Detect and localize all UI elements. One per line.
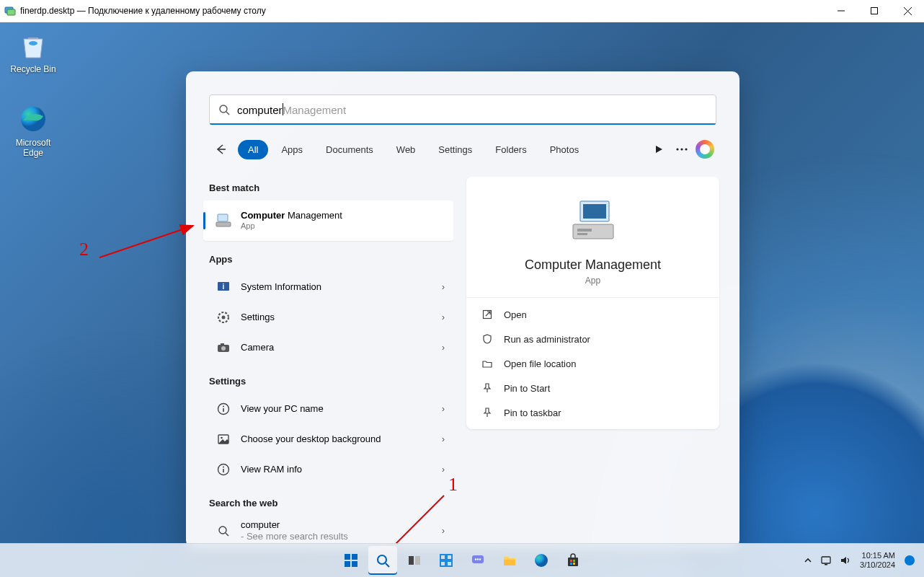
result-web-search[interactable]: computer - See more search results › bbox=[203, 516, 453, 546]
section-settings: Settings bbox=[209, 376, 448, 387]
svg-rect-33 bbox=[583, 204, 606, 219]
desktop-icon-label: Microsoft Edge bbox=[6, 138, 61, 158]
tray-clock[interactable]: 10:15 AM 3/10/2024 bbox=[860, 551, 895, 570]
maximize-button[interactable] bbox=[858, 0, 891, 22]
svg-rect-36 bbox=[577, 233, 587, 235]
taskbar: 10:15 AM 3/10/2024 bbox=[0, 543, 924, 577]
filter-settings[interactable]: Settings bbox=[428, 140, 482, 159]
notifications-button[interactable] bbox=[902, 553, 917, 568]
svg-rect-63 bbox=[822, 557, 830, 563]
copilot-icon bbox=[696, 140, 714, 159]
remote-desktop: Recycle Bin Microsoft Edge computer Mana… bbox=[0, 22, 924, 577]
start-search-panel: computer Management All Apps Documents W… bbox=[186, 71, 739, 547]
host-window-controls bbox=[825, 0, 924, 22]
desktop-icon-edge[interactable]: Microsoft Edge bbox=[6, 103, 61, 158]
filter-folders[interactable]: Folders bbox=[485, 140, 536, 159]
svg-point-30 bbox=[219, 527, 226, 534]
result-label: computer - See more search results bbox=[241, 519, 442, 543]
search-bar[interactable]: computer Management bbox=[209, 94, 716, 125]
shield-icon bbox=[481, 332, 494, 345]
widgets-button[interactable] bbox=[432, 546, 461, 575]
action-open-file-location[interactable]: Open file location bbox=[481, 351, 705, 376]
chevron-right-icon: › bbox=[442, 343, 446, 353]
detail-sub: App bbox=[481, 276, 705, 286]
tray-overflow-button[interactable] bbox=[801, 553, 815, 568]
action-pin-to-taskbar[interactable]: Pin to taskbar bbox=[481, 400, 705, 425]
svg-rect-47 bbox=[415, 556, 420, 565]
result-view-ram-info[interactable]: View RAM info › bbox=[203, 454, 453, 485]
action-run-as-admin[interactable]: Run as administrator bbox=[481, 327, 705, 351]
svg-point-65 bbox=[905, 555, 915, 565]
play-tips-button[interactable] bbox=[647, 138, 670, 161]
section-web: Search the web bbox=[209, 498, 448, 508]
section-apps: Apps bbox=[209, 254, 448, 265]
svg-point-54 bbox=[477, 558, 479, 560]
copilot-button[interactable] bbox=[693, 138, 716, 161]
computer-management-icon bbox=[567, 195, 619, 247]
svg-point-26 bbox=[221, 437, 223, 439]
result-desktop-background[interactable]: Choose your desktop background › bbox=[203, 424, 453, 454]
filter-all[interactable]: All bbox=[238, 140, 268, 159]
chevron-right-icon: › bbox=[442, 434, 446, 444]
svg-rect-24 bbox=[223, 408, 224, 412]
volume-icon[interactable] bbox=[838, 553, 853, 568]
svg-line-38 bbox=[99, 226, 193, 257]
back-button[interactable] bbox=[209, 138, 232, 161]
more-options-button[interactable] bbox=[670, 138, 693, 161]
result-title: Computer Management bbox=[241, 210, 446, 221]
filter-web[interactable]: Web bbox=[386, 140, 426, 159]
store-button[interactable] bbox=[559, 546, 587, 575]
svg-rect-3 bbox=[871, 8, 878, 14]
action-pin-to-start[interactable]: Pin to Start bbox=[481, 376, 705, 400]
chevron-right-icon: › bbox=[442, 526, 446, 536]
chevron-right-icon: › bbox=[442, 312, 446, 322]
svg-rect-42 bbox=[345, 561, 350, 567]
svg-rect-60 bbox=[573, 560, 575, 562]
task-view-button[interactable] bbox=[400, 546, 429, 575]
annotation-2: 2 bbox=[79, 239, 89, 260]
result-system-information[interactable]: i System Information › bbox=[203, 272, 453, 302]
search-filter-row: All Apps Documents Web Settings Folders … bbox=[209, 138, 716, 161]
chat-button[interactable] bbox=[463, 546, 492, 575]
minimize-button[interactable] bbox=[825, 0, 858, 22]
recycle-bin-icon bbox=[17, 30, 49, 61]
result-computer-management[interactable]: Computer Management App bbox=[203, 201, 453, 241]
chevron-right-icon: › bbox=[442, 282, 446, 292]
result-settings[interactable]: Settings › bbox=[203, 302, 453, 332]
result-label: System Information bbox=[241, 281, 442, 293]
close-button[interactable] bbox=[891, 0, 924, 22]
computer-management-icon bbox=[215, 212, 232, 229]
action-label: Run as administrator bbox=[504, 334, 590, 345]
svg-rect-62 bbox=[573, 563, 575, 565]
filter-photos[interactable]: Photos bbox=[540, 140, 589, 159]
chevron-right-icon: › bbox=[442, 464, 446, 475]
svg-point-18 bbox=[222, 316, 226, 320]
action-open[interactable]: Open bbox=[481, 302, 705, 327]
desktop-icon-recycle-bin[interactable]: Recycle Bin bbox=[6, 30, 61, 74]
svg-point-44 bbox=[378, 555, 386, 564]
filter-documents[interactable]: Documents bbox=[316, 140, 383, 159]
svg-rect-51 bbox=[447, 561, 452, 566]
system-information-icon: i bbox=[215, 278, 232, 296]
filter-apps[interactable]: Apps bbox=[271, 140, 313, 159]
search-input[interactable]: computer Management bbox=[237, 103, 707, 117]
network-icon[interactable] bbox=[819, 553, 834, 568]
svg-rect-49 bbox=[447, 555, 452, 560]
svg-rect-50 bbox=[440, 561, 445, 566]
desktop-icon-label: Recycle Bin bbox=[6, 64, 61, 74]
search-button[interactable] bbox=[368, 546, 397, 575]
search-autocomplete-ghost: Management bbox=[283, 104, 347, 116]
svg-rect-43 bbox=[352, 561, 357, 567]
svg-rect-29 bbox=[223, 469, 224, 472]
svg-line-45 bbox=[386, 563, 389, 567]
svg-rect-64 bbox=[825, 564, 827, 565]
start-button[interactable] bbox=[337, 546, 365, 575]
result-view-pc-name[interactable]: View your PC name › bbox=[203, 394, 453, 424]
section-best-match: Best match bbox=[209, 182, 448, 193]
file-explorer-button[interactable] bbox=[495, 546, 524, 575]
edge-button[interactable] bbox=[527, 546, 556, 575]
info-icon bbox=[215, 461, 232, 478]
results-column: Best match Computer Management App Apps bbox=[186, 169, 453, 547]
search-icon bbox=[215, 522, 232, 539]
result-camera[interactable]: Camera › bbox=[203, 332, 453, 363]
